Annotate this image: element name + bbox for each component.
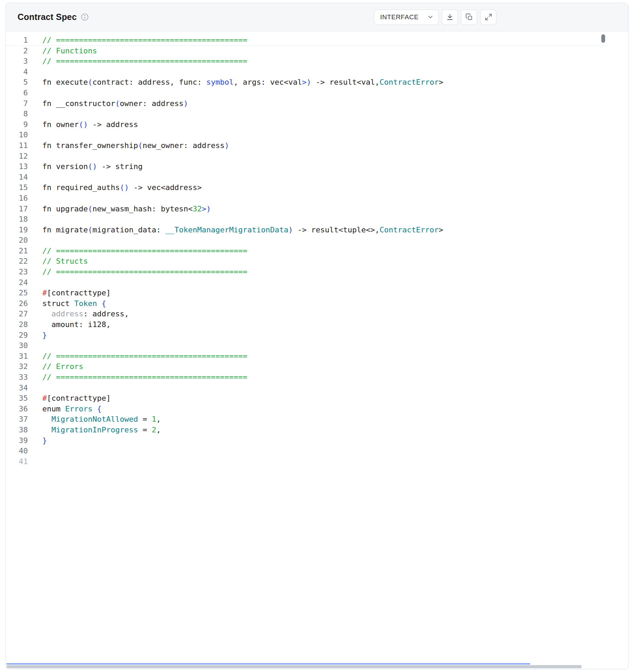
code-line: 41 [6, 456, 607, 467]
code-line: 15fn required_auths() -> vec<address> [6, 182, 607, 193]
code-text [28, 151, 42, 162]
code-text [28, 235, 42, 246]
code-line: 16 [6, 193, 607, 204]
code-text: // Structs [28, 256, 88, 267]
line-number: 23 [6, 267, 28, 277]
fullscreen-icon [485, 13, 492, 21]
line-number: 38 [6, 425, 28, 435]
code-text: } [28, 435, 47, 446]
line-number: 40 [6, 446, 28, 456]
header-controls: INTERFACE [374, 9, 496, 25]
chevron-down-icon [427, 14, 434, 21]
line-number: 11 [6, 140, 28, 151]
code-text [28, 130, 42, 140]
code-line: 8 [6, 109, 607, 119]
copy-button[interactable] [461, 9, 477, 25]
code-line: 21// ===================================… [6, 246, 607, 256]
fullscreen-button[interactable] [480, 9, 496, 25]
line-number: 33 [6, 372, 28, 383]
code-line: 28 amount: i128, [6, 319, 607, 330]
code-lines: 1// ====================================… [6, 35, 607, 467]
download-icon [446, 13, 454, 21]
code-text: fn execute(contract: address, func: symb… [28, 77, 443, 88]
code-text: fn required_auths() -> vec<address> [28, 182, 202, 193]
code-line: 9fn owner() -> address [6, 119, 607, 130]
code-line: 6 [6, 88, 607, 98]
code-text [28, 340, 42, 351]
code-text: fn upgrade(new_wasm_hash: bytesn<32>) [28, 204, 211, 214]
code-text: MigrationInProgress = 2, [28, 425, 161, 435]
info-icon[interactable] [81, 13, 89, 21]
line-number: 25 [6, 288, 28, 298]
line-number: 5 [6, 77, 28, 88]
code-line: 13fn version() -> string [6, 161, 607, 172]
horizontal-scrollbar[interactable] [6, 664, 628, 669]
code-text: fn owner() -> address [28, 119, 138, 130]
code-text: // =====================================… [28, 35, 247, 45]
line-number: 13 [6, 161, 28, 172]
line-number: 32 [6, 361, 28, 372]
code-line: 12 [6, 151, 607, 162]
code-text [28, 214, 42, 225]
code-text: // Functions [28, 46, 97, 56]
code-line: 31// ===================================… [6, 351, 607, 362]
line-number: 20 [6, 235, 28, 246]
copy-icon [465, 13, 473, 21]
horizontal-scrollbar-thumb[interactable] [7, 665, 582, 668]
code-text: fn transfer_ownership(new_owner: address… [28, 140, 229, 151]
code-line: 32// Errors [6, 361, 607, 372]
code-line: 3// ====================================… [6, 56, 607, 67]
code-line: 20 [6, 235, 607, 246]
code-line: 36enum Errors { [6, 404, 607, 414]
line-number: 8 [6, 109, 28, 119]
code-text: fn version() -> string [28, 161, 142, 172]
vertical-scrollbar-thumb[interactable] [601, 34, 605, 43]
code-line: 17fn upgrade(new_wasm_hash: bytesn<32>) [6, 204, 607, 214]
line-number: 24 [6, 277, 28, 288]
code-text [28, 277, 42, 288]
code-line: 37 MigrationNotAllowed = 1, [6, 414, 607, 425]
code-line: 35#[contracttype] [6, 393, 607, 404]
line-number: 14 [6, 172, 28, 183]
view-select-value: INTERFACE [380, 13, 419, 21]
code-line: 2// Functions [6, 46, 607, 56]
code-text [28, 383, 42, 393]
line-number: 16 [6, 193, 28, 204]
line-number: 37 [6, 414, 28, 425]
line-number: 34 [6, 383, 28, 393]
code-line: 30 [6, 340, 607, 351]
line-number: 17 [6, 204, 28, 214]
code-text [28, 456, 42, 467]
code-text [28, 446, 42, 456]
code-line: 39} [6, 435, 607, 446]
line-number: 3 [6, 56, 28, 67]
code-line: 18 [6, 214, 607, 225]
code-line: 19fn migrate(migration_data: __TokenMana… [6, 225, 607, 235]
line-number: 41 [6, 456, 28, 467]
line-number: 12 [6, 151, 28, 162]
code-line: 24 [6, 277, 607, 288]
code-line: 11fn transfer_ownership(new_owner: addre… [6, 140, 607, 151]
panel-title: Contract Spec [18, 12, 77, 22]
code-text: } [28, 330, 47, 341]
line-number: 15 [6, 182, 28, 193]
code-line: 26struct Token { [6, 298, 607, 309]
code-line: 27 address: address, [6, 309, 607, 319]
code-text: // =====================================… [28, 372, 247, 383]
view-select[interactable]: INTERFACE [374, 9, 439, 25]
line-number: 21 [6, 246, 28, 256]
line-number: 31 [6, 351, 28, 362]
code-line: 5fn execute(contract: address, func: sym… [6, 77, 607, 88]
line-number: 9 [6, 119, 28, 130]
code-line: 25#[contracttype] [6, 288, 607, 298]
code-editor[interactable]: 1// ====================================… [6, 31, 607, 467]
line-number: 6 [6, 88, 28, 98]
download-button[interactable] [442, 9, 458, 25]
code-line: 34 [6, 383, 607, 393]
code-text: address: address, [28, 309, 129, 319]
code-text: // =====================================… [28, 56, 247, 67]
code-line: 38 MigrationInProgress = 2, [6, 425, 607, 435]
code-line: 33// ===================================… [6, 372, 607, 383]
code-text: // =====================================… [28, 267, 247, 277]
contract-spec-panel: Contract Spec INTERFACE [6, 3, 628, 669]
